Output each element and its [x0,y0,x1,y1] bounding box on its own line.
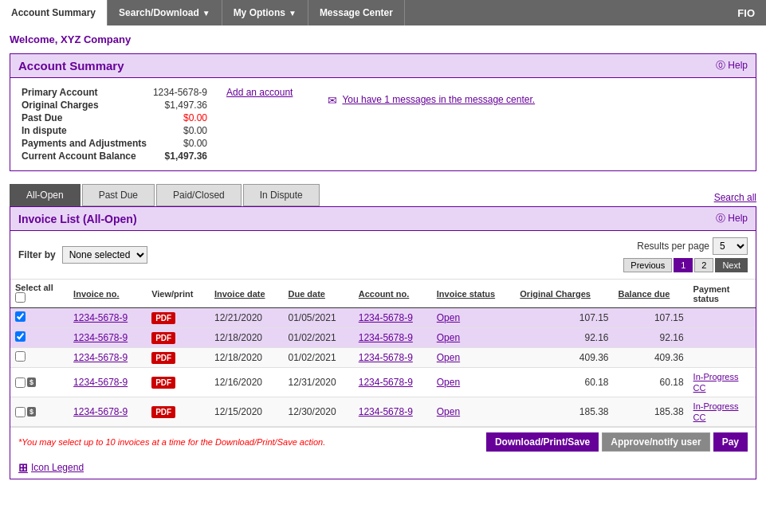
footer-note: *You may select up to 10 invoices at a t… [18,437,325,447]
invoice-status-header: Invoice status [432,280,516,308]
row4-balance-due: 60.18 [614,368,689,397]
icon-legend-link[interactable]: ⊞ Icon Legend [18,461,748,474]
page-nav: Previous 1 2 Next [623,258,748,272]
row1-balance-due: 107.15 [614,308,689,328]
due-date-header: Due date [284,280,354,308]
page-2-button[interactable]: 2 [694,258,713,272]
past-due-value: $0.00 [150,111,223,124]
row4-checkbox[interactable] [15,377,26,388]
original-charges-label: Original Charges [18,99,150,111]
row2-due-date: 01/02/2021 [284,328,354,348]
filter-select[interactable]: None selected [62,246,147,264]
row5-original-charges: 185.38 [515,397,613,427]
invoice-no-header: Invoice no. [69,280,147,308]
tab-in-dispute[interactable]: In Dispute [243,184,320,206]
row5-balance-due: 185.38 [614,397,689,427]
row3-invoice-status: Open [432,348,516,368]
row3-balance-due: 409.36 [614,348,689,368]
payment-status-header: Paymentstatus [689,280,756,308]
row3-pdf-button[interactable]: PDF [151,352,175,364]
table-row: 1234-5678-9 PDF 12/21/2020 01/05/2021 12… [10,308,756,328]
payments-adjustments-label: Payments and Adjustments [18,137,150,150]
row4-status-icon: $ [27,377,36,387]
row5-status-icon: $ [27,407,36,417]
row1-payment-status [689,308,756,328]
row4-checkbox-cell: $ [10,368,69,397]
row1-account-no: 1234-5678-9 [354,308,432,328]
results-per-page-select[interactable]: 5 10 25 [713,237,748,255]
nav-my-options[interactable]: My Options ▼ [222,0,308,25]
row2-invoice-no: 1234-5678-9 [69,328,147,348]
row3-account-no: 1234-5678-9 [354,348,432,368]
row5-invoice-status: Open [432,397,516,427]
account-summary-help-link[interactable]: ⓪ Help [716,59,748,72]
row5-account-no: 1234-5678-9 [354,397,432,427]
icon-legend-row: ⊞ Icon Legend [10,456,756,479]
row3-checkbox[interactable] [15,351,26,362]
row5-invoice-no: 1234-5678-9 [69,397,147,427]
row1-invoice-no: 1234-5678-9 [69,308,147,328]
search-all-link[interactable]: Search all [714,192,756,206]
invoice-list-header: Invoice List (All-Open) ⓪ Help [10,207,756,231]
select-all-header: Select all [10,280,69,308]
row5-due-date: 12/30/2020 [284,397,354,427]
row2-pdf-button[interactable]: PDF [151,332,175,344]
download-print-save-button[interactable]: Download/Print/Save [486,432,599,452]
nav-search-download[interactable]: Search/Download ▼ [108,0,222,25]
tab-past-due[interactable]: Past Due [82,184,155,206]
search-download-dropdown-icon: ▼ [202,9,210,18]
row4-pdf-button[interactable]: PDF [151,377,175,389]
row1-invoice-status: Open [432,308,516,328]
page-1-button[interactable]: 1 [674,258,693,272]
row5-checkbox[interactable] [15,407,26,417]
row4-due-date: 12/31/2020 [284,368,354,397]
row4-invoice-status: Open [432,368,516,397]
table-row: $ 1234-5678-9 PDF 12/16/2020 12/31/2020 … [10,368,756,397]
row1-due-date: 01/05/2021 [284,308,354,328]
select-all-checkbox[interactable] [15,292,26,303]
row5-payment-status: In-ProgressCC [689,397,756,427]
row2-balance-due: 92.16 [614,328,689,348]
row2-invoice-status: Open [432,328,516,348]
message-center-link[interactable]: You have 1 messages in the message cente… [342,94,535,105]
row5-pdf-button[interactable]: PDF [151,406,175,418]
row4-account-no: 1234-5678-9 [354,368,432,397]
tab-all-open[interactable]: All-Open [10,184,81,206]
results-per-page-label: Results per page [637,241,709,252]
original-charges-header: Original Charges [515,280,613,308]
row3-original-charges: 409.36 [515,348,613,368]
original-charges-value: $1,497.36 [150,99,223,111]
table-row: $ 1234-5678-9 PDF 12/15/2020 12/30/2020 … [10,397,756,427]
current-balance-label: Current Account Balance [18,150,150,162]
previous-page-button[interactable]: Previous [623,258,672,272]
invoice-list-help-link[interactable]: ⓪ Help [716,212,748,225]
fio-label: FIO [726,0,766,25]
invoice-date-header: Invoice date [210,280,284,308]
footer-buttons: Download/Print/Save Approve/notify user … [486,432,748,452]
next-page-button[interactable]: Next [715,258,748,272]
row3-view-print: PDF [147,348,210,368]
approve-notify-button[interactable]: Approve/notify user [602,432,709,452]
row2-checkbox[interactable] [15,331,26,342]
row4-invoice-no: 1234-5678-9 [69,368,147,397]
row2-account-no: 1234-5678-9 [354,328,432,348]
invoice-list-box: Invoice List (All-Open) ⓪ Help Filter by… [10,206,756,479]
add-account-link[interactable]: Add an account [226,87,293,98]
row2-payment-status [689,328,756,348]
row1-pdf-button[interactable]: PDF [151,312,175,324]
row4-view-print: PDF [147,368,210,397]
payments-adjustments-value: $0.00 [150,137,223,150]
row1-original-charges: 107.15 [515,308,613,328]
tab-paid-closed[interactable]: Paid/Closed [156,184,242,206]
account-summary-header: Account Summary ⓪ Help [10,54,756,78]
pay-button[interactable]: Pay [713,432,748,452]
top-navigation: Account Summary Search/Download ▼ My Opt… [0,0,766,25]
account-summary-body: Primary Account 1234-5678-9 Add an accou… [10,78,756,170]
main-content: Welcome, XYZ Company Account Summary ⓪ H… [0,25,766,487]
invoice-tabs-left: All-Open Past Due Paid/Closed In Dispute [10,184,320,206]
footer-row: *You may select up to 10 invoices at a t… [10,427,756,456]
row2-original-charges: 92.16 [515,328,613,348]
nav-account-summary[interactable]: Account Summary [0,0,108,25]
row1-checkbox[interactable] [15,311,26,322]
nav-message-center[interactable]: Message Center [308,0,405,25]
